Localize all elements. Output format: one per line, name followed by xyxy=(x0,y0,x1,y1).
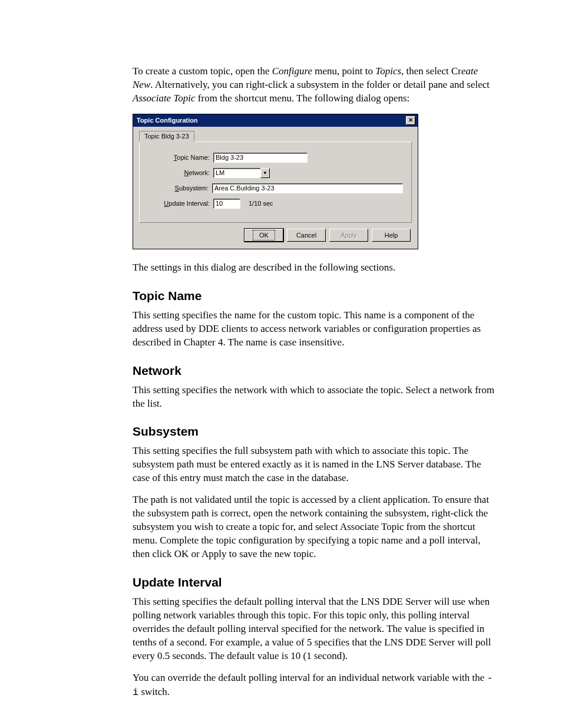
para-network: This setting specifies the network with … xyxy=(133,384,497,411)
dialog-button-bar: OK Cancel Apply Help xyxy=(133,229,418,249)
menu-ref: Configure xyxy=(272,65,312,77)
apply-button: Apply xyxy=(329,229,368,242)
dialog-titlebar[interactable]: Topic Configuration ✕ xyxy=(133,114,418,127)
page-content: To create a custom topic, open the Confi… xyxy=(0,0,562,728)
text: from the shortcut menu. The following di… xyxy=(196,93,410,104)
label-network: Network: xyxy=(148,169,213,176)
dialog-title: Topic Configuration xyxy=(137,117,198,124)
intro-paragraph: To create a custom topic, open the Confi… xyxy=(133,65,497,106)
topic-configuration-dialog: Topic Configuration ✕ Topic Bldg 3-23 To… xyxy=(133,114,418,249)
text: menu, point to xyxy=(312,65,375,77)
text: You can override the default polling int… xyxy=(133,672,487,683)
topic-name-input[interactable] xyxy=(213,153,308,163)
ok-button[interactable]: OK xyxy=(244,229,283,242)
heading-topic-name: Topic Name xyxy=(133,289,497,303)
update-interval-suffix: 1/10 sec xyxy=(249,200,273,207)
row-subsystem: Subsystem: xyxy=(148,183,403,193)
label-subsystem: Subsystem: xyxy=(148,185,212,192)
tab-topic[interactable]: Topic Bldg 3-23 xyxy=(139,131,194,142)
para-update-2: You can override the default polling int… xyxy=(133,671,497,700)
network-input[interactable] xyxy=(213,168,260,178)
row-update-interval: Update Interval: 1/10 sec xyxy=(148,199,403,209)
text: To create a custom topic, open the xyxy=(133,65,272,77)
cancel-button[interactable]: Cancel xyxy=(287,229,326,242)
heading-subsystem: Subsystem xyxy=(133,424,497,439)
tab-strip: Topic Bldg 3-23 xyxy=(133,127,418,141)
text: . Alternatively, you can right-click a s… xyxy=(150,79,490,90)
para-subsystem-1: This setting specifies the full subsyste… xyxy=(133,444,497,485)
row-network: Network: ▼ xyxy=(148,168,403,178)
ok-label: OK xyxy=(253,230,275,241)
after-dialog-text: The settings in this dialog are describe… xyxy=(133,261,497,275)
menu-ref: Associate Topic xyxy=(133,93,196,104)
subsystem-input[interactable] xyxy=(212,183,403,193)
para-update-1: This setting specifies the default polli… xyxy=(133,595,497,663)
row-topic-name: Topic Name: xyxy=(148,153,403,163)
help-button[interactable]: Help xyxy=(372,229,411,242)
network-combo[interactable]: ▼ xyxy=(213,168,270,178)
para-topic-name: This setting specifies the name for the … xyxy=(133,309,497,350)
text: , then select Cr xyxy=(401,65,461,77)
menu-ref: Topics xyxy=(375,65,401,77)
label-topic-name: Topic Name: xyxy=(148,154,213,161)
heading-update-interval: Update Interval xyxy=(133,575,497,589)
tab-page: Topic Name: Network: ▼ Subsystem: Update… xyxy=(139,141,412,223)
para-subsystem-2: The path is not validated until the topi… xyxy=(133,493,497,561)
chevron-down-icon[interactable]: ▼ xyxy=(260,168,270,178)
heading-network: Network xyxy=(133,364,497,378)
update-interval-input[interactable] xyxy=(213,199,240,209)
close-icon[interactable]: ✕ xyxy=(406,116,415,125)
text: switch. xyxy=(138,686,170,697)
label-update-interval: Update Interval: xyxy=(148,200,213,207)
